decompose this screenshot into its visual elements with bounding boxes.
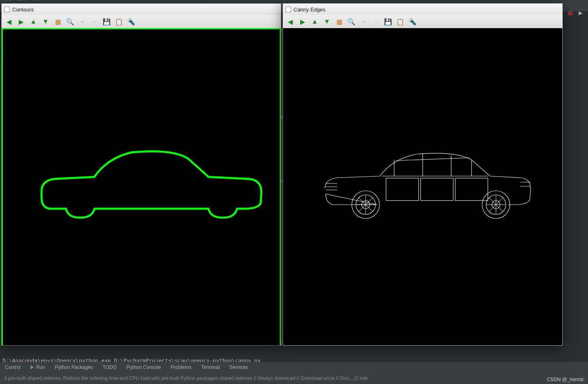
- grid-button[interactable]: ▦: [53, 17, 63, 26]
- zoom-in-button[interactable]: ＋: [77, 17, 87, 26]
- back-button[interactable]: ◀: [285, 17, 295, 26]
- tool-window-button[interactable]: TODO: [103, 364, 116, 370]
- light-button[interactable]: 🔦: [408, 17, 417, 26]
- status-bar: d pre-built shared indexes: Reduce the i…: [0, 373, 588, 384]
- zoom-out-button[interactable]: －: [371, 17, 381, 26]
- play-icon: [31, 365, 34, 369]
- up-button[interactable]: ▲: [29, 17, 38, 26]
- opencv-toolbar: ◀▶▲▼▦🔍＋－💾📋🔦: [283, 15, 562, 28]
- tool-window-label: Terminal: [201, 364, 219, 370]
- forward-button[interactable]: ▶: [298, 17, 307, 26]
- tool-window-button[interactable]: Problems: [171, 364, 191, 370]
- zoom-area-button[interactable]: 🔍: [65, 17, 75, 26]
- back-button[interactable]: ◀: [4, 17, 14, 26]
- tool-window-label: Problems: [171, 364, 191, 370]
- tool-window-label: Python Console: [127, 364, 161, 370]
- tool-window-label: Python Packages: [55, 364, 93, 370]
- tool-window-button[interactable]: Python Packages: [55, 364, 93, 370]
- tool-window-label: Services: [229, 364, 248, 370]
- up-button[interactable]: ▲: [310, 17, 320, 26]
- zoom-area-button[interactable]: 🔍: [347, 17, 356, 26]
- window-title: Contours: [12, 7, 34, 13]
- status-message: d pre-built shared indexes: Reduce the i…: [4, 375, 368, 381]
- tool-window-button[interactable]: Run: [31, 364, 45, 370]
- tool-window-button[interactable]: Control: [5, 364, 21, 370]
- window-icon: [4, 7, 10, 12]
- tool-window-label: TODO: [103, 364, 116, 370]
- copy-button[interactable]: 📋: [395, 17, 405, 26]
- opencv-window-canny[interactable]: Canny Edges ◀▶▲▼▦🔍＋－💾📋🔦: [283, 3, 563, 346]
- copy-button[interactable]: 📋: [114, 17, 124, 26]
- tool-window-button[interactable]: Python Console: [127, 364, 161, 370]
- svg-rect-1: [421, 178, 453, 201]
- window-icon: [285, 7, 291, 12]
- down-button[interactable]: ▼: [41, 17, 50, 26]
- forward-button[interactable]: ▶: [16, 17, 26, 26]
- svg-rect-2: [455, 178, 488, 201]
- tool-window-label: Control: [5, 364, 21, 370]
- image-canvas: [283, 28, 562, 345]
- opencv-window-contours[interactable]: Contours ◀▶▲▼▦🔍＋－💾📋🔦: [1, 3, 281, 346]
- down-button[interactable]: ▼: [322, 17, 332, 26]
- save-button[interactable]: 💾: [102, 17, 112, 26]
- image-canvas: [2, 28, 281, 345]
- save-button[interactable]: 💾: [383, 17, 393, 26]
- svg-rect-0: [386, 178, 419, 201]
- tool-window-label: Run: [36, 364, 45, 370]
- tool-window-button[interactable]: Terminal: [201, 364, 219, 370]
- titlebar[interactable]: Contours: [2, 4, 281, 15]
- watermark: CSDN @_hermit:: [547, 377, 585, 382]
- titlebar[interactable]: Canny Edges: [283, 4, 562, 15]
- zoom-out-button[interactable]: －: [90, 17, 99, 26]
- light-button[interactable]: 🔦: [126, 17, 136, 26]
- car-contour-image: [17, 136, 265, 222]
- opencv-toolbar: ◀▶▲▼▦🔍＋－💾📋🔦: [2, 15, 281, 28]
- car-edges-image: [309, 135, 537, 221]
- zoom-in-button[interactable]: ＋: [359, 17, 369, 26]
- window-title: Canny Edges: [294, 7, 325, 13]
- tool-windows-bar: ControlRunPython PackagesTODOPython Cons…: [0, 362, 588, 373]
- grid-button[interactable]: ▦: [334, 17, 344, 26]
- tool-window-button[interactable]: Services: [229, 364, 248, 370]
